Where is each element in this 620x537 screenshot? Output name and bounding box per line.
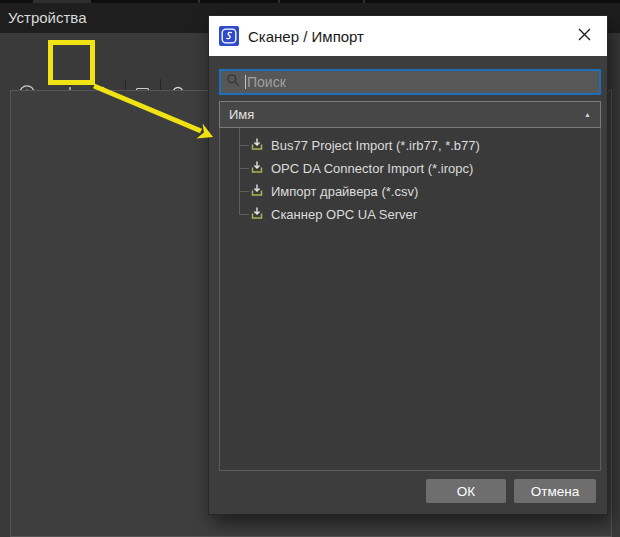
close-button[interactable] bbox=[571, 23, 597, 49]
import-item-icon bbox=[250, 183, 271, 201]
search-field[interactable] bbox=[219, 69, 601, 95]
import-item-icon bbox=[250, 137, 271, 155]
tree-rows: Bus77 Project Import (*.irb77, *.b77) OP… bbox=[220, 134, 600, 226]
column-header-name[interactable]: Имя ▲ bbox=[219, 101, 601, 128]
import-options-list[interactable]: Bus77 Project Import (*.irb77, *.b77) OP… bbox=[219, 128, 601, 471]
highlight-box-annotation bbox=[48, 40, 95, 85]
text-caret bbox=[245, 75, 246, 89]
sort-ascending-icon: ▲ bbox=[584, 111, 591, 118]
list-item[interactable]: Сканнер OPC UA Server bbox=[220, 203, 600, 226]
tab-fragment bbox=[33, 0, 91, 3]
close-icon bbox=[577, 27, 592, 46]
top-tab-strip bbox=[0, 0, 620, 3]
app-logo-icon bbox=[219, 26, 239, 46]
dialog-titlebar: Сканер / Импорт bbox=[209, 16, 607, 56]
search-input[interactable] bbox=[247, 74, 594, 90]
ok-button[interactable]: ОК bbox=[426, 479, 506, 503]
tab-fragment bbox=[363, 0, 365, 3]
list-item-label: Импорт драйвера (*.csv) bbox=[271, 184, 418, 199]
dialog-title: Сканер / Импорт bbox=[248, 28, 571, 45]
search-icon bbox=[226, 73, 245, 91]
cancel-button[interactable]: Отмена bbox=[514, 479, 596, 503]
page-title: Устройства bbox=[8, 3, 86, 33]
list-item[interactable]: Bus77 Project Import (*.irb77, *.b77) bbox=[220, 134, 600, 157]
list-item-label: Сканнер OPC UA Server bbox=[271, 207, 417, 222]
tab-fragment bbox=[198, 0, 200, 3]
import-item-icon bbox=[250, 206, 271, 224]
tab-fragment bbox=[278, 0, 280, 3]
column-header-label: Имя bbox=[229, 107, 584, 122]
list-item-label: OPC DA Connector Import (*.iropc) bbox=[271, 161, 473, 176]
list-item-label: Bus77 Project Import (*.irb77, *.b77) bbox=[271, 138, 480, 153]
list-item[interactable]: OPC DA Connector Import (*.iropc) bbox=[220, 157, 600, 180]
import-item-icon bbox=[250, 160, 271, 178]
list-item[interactable]: Импорт драйвера (*.csv) bbox=[220, 180, 600, 203]
scanner-import-dialog: Сканер / Импорт Имя ▲ bbox=[208, 15, 608, 515]
